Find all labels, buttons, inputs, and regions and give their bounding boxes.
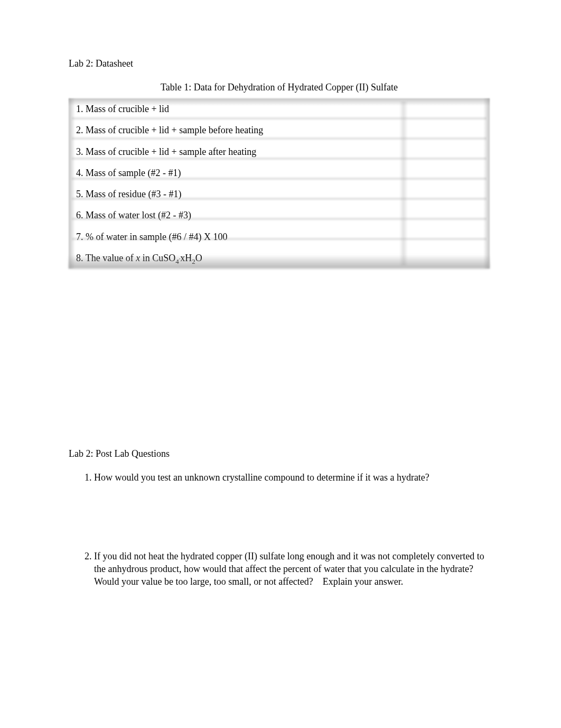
row-5-label: 5. Mass of residue (#3 - #1) [69, 183, 404, 205]
table-row: 3. Mass of crucible + lid + sample after… [69, 141, 490, 162]
row-8-xh: xH [180, 253, 192, 263]
row-8-o: O [195, 253, 202, 263]
row-6-label: 6. Mass of water lost (#2 - #3) [69, 205, 404, 226]
q2-l3b: Explain your [323, 576, 375, 587]
table-row: 1. Mass of crucible + lid [69, 98, 490, 119]
question-2: If you did not heat the hydrated copper … [94, 550, 490, 588]
table-row: 4. Mass of sample (#2 - #1) [69, 162, 490, 183]
row-8-mid: in CuSO [140, 253, 175, 263]
question-1-text: How would you test an unknown crystallin… [94, 472, 435, 483]
row-3-label: 3. Mass of crucible + lid + sample after… [69, 141, 404, 162]
table-row: 6. Mass of water lost (#2 - #3) [69, 205, 490, 226]
row-2-label: 2. Mass of crucible + lid + sample befor… [69, 119, 404, 141]
row-2-value [404, 119, 490, 141]
row-1-label: 1. Mass of crucible + lid [69, 98, 404, 119]
q2-l4: answer. [375, 576, 403, 587]
question-list: How would you test an unknown crystallin… [69, 471, 490, 588]
row-7-label: 7. % of water in sample (#6 / #4) X 100 [69, 226, 404, 247]
row-1-value [404, 98, 490, 119]
question-1: How would you test an unknown crystallin… [94, 471, 490, 484]
row-8-var: x [136, 253, 140, 263]
row-5-value [404, 183, 490, 205]
row-4-label: 4. Mass of sample (#2 - #1) [69, 162, 404, 183]
row-8-prefix: 8. The value of [76, 253, 136, 263]
row-6-value [404, 205, 490, 226]
postlab-title: Lab 2: Post Lab Questions [69, 448, 490, 459]
row-3-value [404, 141, 490, 162]
question-2-text: If you did not heat the hydrated copper … [94, 550, 490, 588]
table-title: Table 1: Data for Dehydration of Hydrate… [69, 82, 490, 93]
row-8-value [404, 247, 490, 269]
row-4-value [404, 162, 490, 183]
row-8-label: 8. The value of x in CuSO4·xH2O [69, 247, 404, 269]
table-row: 7. % of water in sample (#6 / #4) X 100 [69, 226, 490, 247]
table-row: 5. Mass of residue (#3 - #1) [69, 183, 490, 205]
datasheet-title: Lab 2: Datasheet [69, 58, 490, 69]
table-row: 8. The value of x in CuSO4·xH2O [69, 247, 490, 269]
table-row: 2. Mass of crucible + lid + sample befor… [69, 119, 490, 141]
q2-l1: If you did not heat the hydrated copper … [94, 551, 437, 561]
data-table: 1. Mass of crucible + lid 2. Mass of cru… [69, 98, 490, 269]
row-7-value [404, 226, 490, 247]
data-table-wrapper: 1. Mass of crucible + lid 2. Mass of cru… [69, 98, 490, 269]
